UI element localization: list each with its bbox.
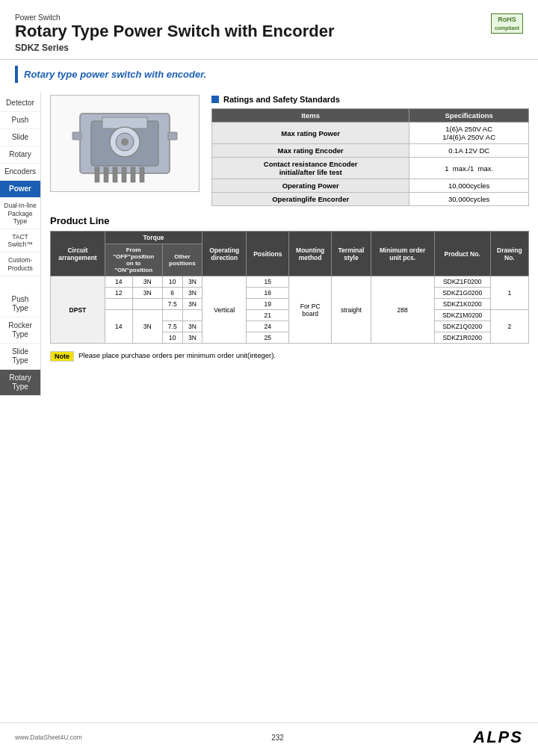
main-layout: Detector Push Slide Rotary Encoders Powe… bbox=[0, 89, 538, 398]
sidebar-item-slide[interactable]: Slide bbox=[0, 129, 40, 146]
ratings-col-items: Items bbox=[212, 109, 409, 123]
tagline-bar: Rotary type power switch with encoder. bbox=[15, 66, 523, 83]
product-no: SDKZ1K0200 bbox=[434, 299, 490, 310]
col-mounting: Mountingmethod bbox=[289, 232, 332, 276]
from-unit: 3N bbox=[132, 288, 162, 299]
sidebar-item-rotary[interactable]: Rotary bbox=[0, 146, 40, 164]
min-order: 288 bbox=[371, 276, 434, 344]
sidebar-item-rocker-type[interactable]: Rocker Type bbox=[0, 317, 40, 344]
sidebar-item-dual-inline[interactable]: Dual-In-line Package Type bbox=[0, 198, 40, 229]
svg-rect-3 bbox=[95, 167, 99, 182]
circuit-dpst: DPST bbox=[51, 276, 105, 344]
rating-spec: 0.1A 12V DC bbox=[409, 144, 529, 158]
table-row: Operating Power 10,000cycles bbox=[212, 179, 529, 193]
col-terminal: Terminalstyle bbox=[332, 232, 371, 276]
col-positions: Positions bbox=[247, 232, 289, 276]
sidebar-item-encoders[interactable]: Encoders bbox=[0, 164, 40, 181]
col-operating-dir: Operatingdirection bbox=[202, 232, 247, 276]
other-val: 10 bbox=[162, 276, 182, 288]
product-line-title: Product Line bbox=[50, 215, 529, 226]
from-unit: 3N bbox=[132, 276, 162, 288]
product-no: SDKZ1G0200 bbox=[434, 288, 490, 299]
ratings-title-icon bbox=[211, 96, 219, 103]
product-image bbox=[50, 95, 200, 192]
table-row: DPST 14 3N 10 3N Vertical 15 For PCboard… bbox=[51, 276, 529, 288]
svg-rect-6 bbox=[122, 167, 126, 182]
rating-item: Max rating Power bbox=[212, 123, 409, 144]
content-area: Ratings and Safety Standards Items Speci… bbox=[41, 92, 538, 395]
sidebar-item-tact[interactable]: TACT Switch™ bbox=[0, 229, 40, 252]
rating-spec: 30,000cycles bbox=[409, 193, 529, 206]
mounting-method: For PCboard bbox=[289, 276, 332, 344]
svg-rect-12 bbox=[72, 132, 81, 140]
positions: 24 bbox=[247, 321, 289, 332]
other-unit: 3N bbox=[182, 276, 202, 288]
rating-item: Max rating Encoder bbox=[212, 144, 409, 158]
table-row: Max rating Power 1(6)A 250V AC1/4(6)A 25… bbox=[212, 123, 529, 144]
positions: 15 bbox=[247, 276, 289, 288]
sidebar: Detector Push Slide Rotary Encoders Powe… bbox=[0, 92, 41, 395]
positions: 25 bbox=[247, 332, 289, 344]
positions: 19 bbox=[247, 299, 289, 310]
col-min-order: Minimum orderunit pcs. bbox=[371, 232, 434, 276]
sidebar-item-slide-type[interactable]: Slide Type bbox=[0, 344, 40, 370]
ratings-title: Ratings and Safety Standards bbox=[211, 95, 529, 104]
rating-spec: 1(6)A 250V AC1/4(6)A 250V AC bbox=[409, 123, 529, 144]
from-unit bbox=[132, 299, 162, 310]
from-val bbox=[105, 299, 132, 310]
rohs-badge: RoHS compliant bbox=[491, 13, 523, 34]
svg-rect-4 bbox=[104, 167, 108, 182]
product-table: Circuitarrangement Torque Operatingdirec… bbox=[50, 231, 529, 344]
col-torque-group: Torque bbox=[105, 232, 202, 244]
positions: 16 bbox=[247, 288, 289, 299]
other-unit bbox=[182, 310, 202, 321]
from-val: 14 bbox=[105, 276, 132, 288]
svg-point-11 bbox=[121, 138, 129, 146]
note-text: Please place purchase orders per minimum… bbox=[78, 351, 276, 359]
rating-item: Operating Power bbox=[212, 179, 409, 193]
tagline-text: Rotary type power switch with encoder. bbox=[24, 69, 206, 80]
sidebar-item-power[interactable]: Power bbox=[0, 181, 40, 198]
other-val: 7.5 bbox=[162, 299, 182, 310]
svg-rect-8 bbox=[140, 167, 144, 182]
rating-spec: 10,000cycles bbox=[409, 179, 529, 193]
footer-brand: ALPS bbox=[473, 728, 523, 747]
product-no: SDKZ1F0200 bbox=[434, 276, 490, 288]
sidebar-item-push-type[interactable]: Push Type bbox=[0, 291, 40, 317]
svg-rect-7 bbox=[131, 167, 135, 182]
header-series: SDKZ Series bbox=[15, 43, 523, 53]
table-row: Max rating Encoder 0.1A 12V DC bbox=[212, 144, 529, 158]
other-unit: 3N bbox=[182, 299, 202, 310]
from-unit: 3N bbox=[132, 310, 162, 344]
positions: 21 bbox=[247, 310, 289, 321]
ratings-section: Ratings and Safety Standards Items Speci… bbox=[211, 95, 529, 206]
other-val: 6 bbox=[162, 288, 182, 299]
svg-rect-13 bbox=[168, 132, 177, 140]
col-drawing: DrawingNo. bbox=[490, 232, 528, 276]
sidebar-item-custom[interactable]: Custom-Products bbox=[0, 252, 40, 276]
sidebar-item-detector[interactable]: Detector bbox=[0, 95, 40, 112]
table-row: Contact resistance Encoderinitial/after … bbox=[212, 158, 529, 179]
product-no: SDKZ1Q0200 bbox=[434, 321, 490, 332]
product-no: SDKZ1M0200 bbox=[434, 310, 490, 321]
product-no: SDKZ1R0200 bbox=[434, 332, 490, 344]
ratings-col-specs: Specifications bbox=[409, 109, 529, 123]
footer-page: 232 bbox=[271, 734, 284, 742]
terminal-style: straight bbox=[332, 276, 371, 344]
footer-url: www.DataSheet4U.com bbox=[15, 734, 82, 741]
rating-item: Contact resistance Encoderinitial/after … bbox=[212, 158, 409, 179]
other-unit: 3N bbox=[182, 332, 202, 344]
from-val: 12 bbox=[105, 288, 132, 299]
sidebar-item-rotary-type[interactable]: Rotary Type bbox=[0, 370, 40, 396]
page-header: Power Switch Rotary Type Power Switch wi… bbox=[0, 0, 538, 60]
other-val: 7.5 bbox=[162, 321, 182, 332]
op-direction: Vertical bbox=[202, 276, 247, 344]
col-from-off: From"OFF"positionon to"ON"position bbox=[105, 244, 162, 276]
table-row: Operatinglife Encorder 30,000cycles bbox=[212, 193, 529, 206]
sidebar-item-push[interactable]: Push bbox=[0, 112, 40, 129]
footer: www.DataSheet4U.com 232 ALPS bbox=[0, 722, 538, 747]
other-val bbox=[162, 310, 182, 321]
ratings-table: Items Specifications Max rating Power 1(… bbox=[211, 108, 529, 206]
rating-item: Operatinglife Encorder bbox=[212, 193, 409, 206]
col-circuit: Circuitarrangement bbox=[51, 232, 105, 276]
